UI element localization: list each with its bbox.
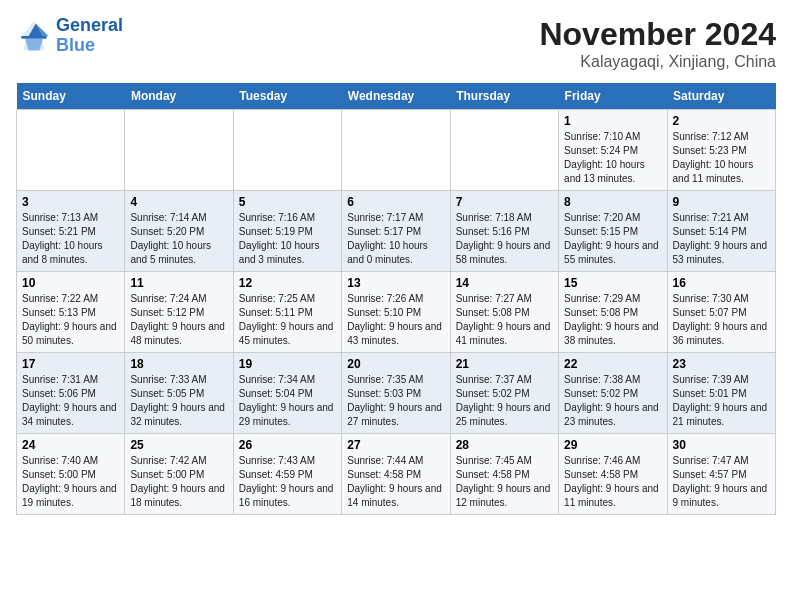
calendar-week-1: 3Sunrise: 7:13 AM Sunset: 5:21 PM Daylig… xyxy=(17,191,776,272)
day-info: Sunrise: 7:42 AM Sunset: 5:00 PM Dayligh… xyxy=(130,454,227,510)
calendar-cell xyxy=(125,110,233,191)
svg-rect-4 xyxy=(21,36,46,39)
day-number: 27 xyxy=(347,438,444,452)
calendar-subtitle: Kalayagaqi, Xinjiang, China xyxy=(539,53,776,71)
day-info: Sunrise: 7:40 AM Sunset: 5:00 PM Dayligh… xyxy=(22,454,119,510)
day-info: Sunrise: 7:35 AM Sunset: 5:03 PM Dayligh… xyxy=(347,373,444,429)
calendar-table: SundayMondayTuesdayWednesdayThursdayFrid… xyxy=(16,83,776,515)
calendar-cell: 21Sunrise: 7:37 AM Sunset: 5:02 PM Dayli… xyxy=(450,353,558,434)
day-number: 5 xyxy=(239,195,336,209)
weekday-header-friday: Friday xyxy=(559,83,667,110)
day-number: 23 xyxy=(673,357,770,371)
weekday-header-thursday: Thursday xyxy=(450,83,558,110)
logo-line2: Blue xyxy=(56,36,123,56)
day-info: Sunrise: 7:46 AM Sunset: 4:58 PM Dayligh… xyxy=(564,454,661,510)
calendar-cell: 19Sunrise: 7:34 AM Sunset: 5:04 PM Dayli… xyxy=(233,353,341,434)
calendar-cell: 18Sunrise: 7:33 AM Sunset: 5:05 PM Dayli… xyxy=(125,353,233,434)
calendar-cell xyxy=(17,110,125,191)
calendar-cell: 7Sunrise: 7:18 AM Sunset: 5:16 PM Daylig… xyxy=(450,191,558,272)
calendar-cell: 27Sunrise: 7:44 AM Sunset: 4:58 PM Dayli… xyxy=(342,434,450,515)
calendar-cell: 8Sunrise: 7:20 AM Sunset: 5:15 PM Daylig… xyxy=(559,191,667,272)
day-number: 19 xyxy=(239,357,336,371)
day-number: 29 xyxy=(564,438,661,452)
logo-line1: General xyxy=(56,15,123,35)
weekday-header-monday: Monday xyxy=(125,83,233,110)
day-number: 2 xyxy=(673,114,770,128)
calendar-cell xyxy=(342,110,450,191)
day-number: 28 xyxy=(456,438,553,452)
calendar-cell: 25Sunrise: 7:42 AM Sunset: 5:00 PM Dayli… xyxy=(125,434,233,515)
calendar-cell: 30Sunrise: 7:47 AM Sunset: 4:57 PM Dayli… xyxy=(667,434,775,515)
day-info: Sunrise: 7:12 AM Sunset: 5:23 PM Dayligh… xyxy=(673,130,770,186)
day-info: Sunrise: 7:39 AM Sunset: 5:01 PM Dayligh… xyxy=(673,373,770,429)
day-info: Sunrise: 7:24 AM Sunset: 5:12 PM Dayligh… xyxy=(130,292,227,348)
day-info: Sunrise: 7:10 AM Sunset: 5:24 PM Dayligh… xyxy=(564,130,661,186)
day-info: Sunrise: 7:34 AM Sunset: 5:04 PM Dayligh… xyxy=(239,373,336,429)
calendar-header: SundayMondayTuesdayWednesdayThursdayFrid… xyxy=(17,83,776,110)
calendar-week-2: 10Sunrise: 7:22 AM Sunset: 5:13 PM Dayli… xyxy=(17,272,776,353)
day-number: 18 xyxy=(130,357,227,371)
weekday-header-row: SundayMondayTuesdayWednesdayThursdayFrid… xyxy=(17,83,776,110)
calendar-cell: 14Sunrise: 7:27 AM Sunset: 5:08 PM Dayli… xyxy=(450,272,558,353)
day-info: Sunrise: 7:47 AM Sunset: 4:57 PM Dayligh… xyxy=(673,454,770,510)
day-number: 8 xyxy=(564,195,661,209)
day-number: 7 xyxy=(456,195,553,209)
calendar-cell: 17Sunrise: 7:31 AM Sunset: 5:06 PM Dayli… xyxy=(17,353,125,434)
calendar-cell: 15Sunrise: 7:29 AM Sunset: 5:08 PM Dayli… xyxy=(559,272,667,353)
day-number: 10 xyxy=(22,276,119,290)
weekday-header-wednesday: Wednesday xyxy=(342,83,450,110)
day-number: 26 xyxy=(239,438,336,452)
calendar-cell xyxy=(450,110,558,191)
calendar-title: November 2024 xyxy=(539,16,776,53)
calendar-cell: 22Sunrise: 7:38 AM Sunset: 5:02 PM Dayli… xyxy=(559,353,667,434)
day-info: Sunrise: 7:18 AM Sunset: 5:16 PM Dayligh… xyxy=(456,211,553,267)
day-number: 3 xyxy=(22,195,119,209)
calendar-cell: 6Sunrise: 7:17 AM Sunset: 5:17 PM Daylig… xyxy=(342,191,450,272)
day-number: 16 xyxy=(673,276,770,290)
calendar-cell: 5Sunrise: 7:16 AM Sunset: 5:19 PM Daylig… xyxy=(233,191,341,272)
calendar-cell: 29Sunrise: 7:46 AM Sunset: 4:58 PM Dayli… xyxy=(559,434,667,515)
day-number: 22 xyxy=(564,357,661,371)
day-number: 1 xyxy=(564,114,661,128)
calendar-week-4: 24Sunrise: 7:40 AM Sunset: 5:00 PM Dayli… xyxy=(17,434,776,515)
day-number: 21 xyxy=(456,357,553,371)
weekday-header-sunday: Sunday xyxy=(17,83,125,110)
day-info: Sunrise: 7:37 AM Sunset: 5:02 PM Dayligh… xyxy=(456,373,553,429)
day-info: Sunrise: 7:43 AM Sunset: 4:59 PM Dayligh… xyxy=(239,454,336,510)
day-number: 25 xyxy=(130,438,227,452)
logo-icon xyxy=(16,18,52,54)
day-number: 12 xyxy=(239,276,336,290)
calendar-cell: 23Sunrise: 7:39 AM Sunset: 5:01 PM Dayli… xyxy=(667,353,775,434)
day-number: 17 xyxy=(22,357,119,371)
day-info: Sunrise: 7:16 AM Sunset: 5:19 PM Dayligh… xyxy=(239,211,336,267)
calendar-cell: 13Sunrise: 7:26 AM Sunset: 5:10 PM Dayli… xyxy=(342,272,450,353)
calendar-cell: 24Sunrise: 7:40 AM Sunset: 5:00 PM Dayli… xyxy=(17,434,125,515)
day-info: Sunrise: 7:44 AM Sunset: 4:58 PM Dayligh… xyxy=(347,454,444,510)
day-info: Sunrise: 7:25 AM Sunset: 5:11 PM Dayligh… xyxy=(239,292,336,348)
calendar-cell xyxy=(233,110,341,191)
day-number: 14 xyxy=(456,276,553,290)
day-info: Sunrise: 7:14 AM Sunset: 5:20 PM Dayligh… xyxy=(130,211,227,267)
logo: General Blue xyxy=(16,16,123,56)
day-info: Sunrise: 7:31 AM Sunset: 5:06 PM Dayligh… xyxy=(22,373,119,429)
day-info: Sunrise: 7:13 AM Sunset: 5:21 PM Dayligh… xyxy=(22,211,119,267)
calendar-cell: 2Sunrise: 7:12 AM Sunset: 5:23 PM Daylig… xyxy=(667,110,775,191)
calendar-cell: 20Sunrise: 7:35 AM Sunset: 5:03 PM Dayli… xyxy=(342,353,450,434)
day-number: 24 xyxy=(22,438,119,452)
day-number: 30 xyxy=(673,438,770,452)
day-info: Sunrise: 7:33 AM Sunset: 5:05 PM Dayligh… xyxy=(130,373,227,429)
weekday-header-saturday: Saturday xyxy=(667,83,775,110)
page-header: General Blue November 2024 Kalayagaqi, X… xyxy=(16,16,776,71)
day-info: Sunrise: 7:26 AM Sunset: 5:10 PM Dayligh… xyxy=(347,292,444,348)
calendar-cell: 9Sunrise: 7:21 AM Sunset: 5:14 PM Daylig… xyxy=(667,191,775,272)
calendar-cell: 26Sunrise: 7:43 AM Sunset: 4:59 PM Dayli… xyxy=(233,434,341,515)
day-info: Sunrise: 7:21 AM Sunset: 5:14 PM Dayligh… xyxy=(673,211,770,267)
day-info: Sunrise: 7:17 AM Sunset: 5:17 PM Dayligh… xyxy=(347,211,444,267)
weekday-header-tuesday: Tuesday xyxy=(233,83,341,110)
logo-text: General Blue xyxy=(56,16,123,56)
day-number: 11 xyxy=(130,276,227,290)
calendar-week-0: 1Sunrise: 7:10 AM Sunset: 5:24 PM Daylig… xyxy=(17,110,776,191)
calendar-cell: 16Sunrise: 7:30 AM Sunset: 5:07 PM Dayli… xyxy=(667,272,775,353)
calendar-week-3: 17Sunrise: 7:31 AM Sunset: 5:06 PM Dayli… xyxy=(17,353,776,434)
day-info: Sunrise: 7:45 AM Sunset: 4:58 PM Dayligh… xyxy=(456,454,553,510)
